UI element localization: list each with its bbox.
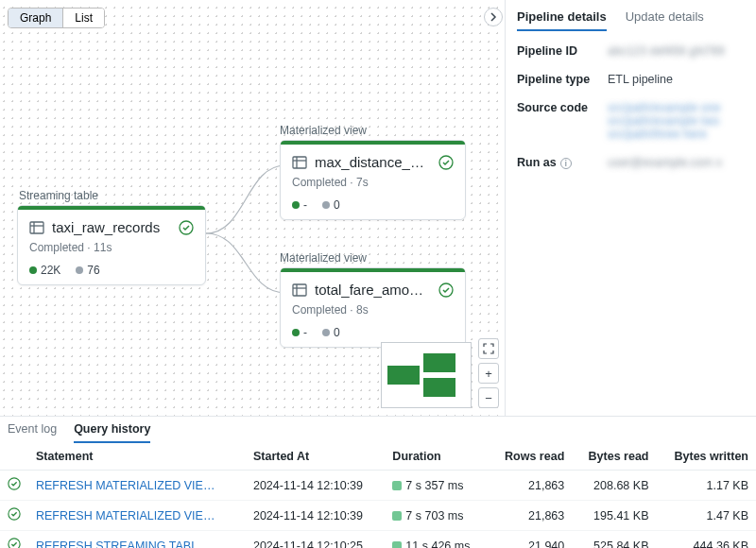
- zoom-out-button[interactable]: −: [478, 387, 499, 408]
- info-icon[interactable]: i: [560, 158, 572, 169]
- value-source-code[interactable]: src/path/example one src/path/example tw…: [608, 101, 745, 141]
- node-status: Completed · 7s: [292, 176, 454, 189]
- svg-rect-8: [293, 284, 306, 296]
- check-circle-icon: [179, 220, 194, 235]
- tab-event-log[interactable]: Event log: [8, 422, 57, 443]
- node-stats: - 0: [292, 326, 454, 339]
- check-circle-icon: [8, 477, 21, 490]
- svg-rect-4: [293, 157, 306, 168]
- value-run-as: user@example.com x: [608, 156, 745, 169]
- check-circle-icon: [8, 538, 21, 548]
- bytes-read: 195.41 KB: [572, 501, 656, 531]
- rows-read: 21,863: [489, 471, 572, 501]
- node-title: max_distance_by_…: [315, 154, 431, 170]
- statement-link[interactable]: REFRESH STREAMING TABLE taxi_raw…: [36, 539, 215, 549]
- label-source-code: Source code: [517, 101, 608, 141]
- node-status: Completed · 8s: [292, 303, 454, 317]
- col-rows: Rows read: [489, 443, 572, 471]
- table-row[interactable]: REFRESH MATERIALIZED VIEW max_di…2024-11…: [0, 471, 756, 501]
- check-circle-icon: [438, 155, 454, 170]
- node-type-label: Materialized view: [280, 251, 367, 265]
- tab-pipeline-details[interactable]: Pipeline details: [517, 9, 607, 31]
- collapse-details-button[interactable]: [484, 8, 503, 26]
- bytes-written: 1.17 KB: [656, 471, 756, 501]
- bytes-written: 1.47 KB: [656, 501, 756, 531]
- statement-link[interactable]: REFRESH MATERIALIZED VIEW total_fa…: [36, 509, 215, 522]
- duration: 11 s 426 ms: [385, 531, 488, 549]
- node-max-distance[interactable]: max_distance_by_… Completed · 7s - 0: [280, 140, 466, 220]
- node-total-fare[interactable]: total_fare_amount… Completed · 8s - 0: [280, 267, 466, 348]
- node-type-label: Materialized view: [280, 124, 367, 137]
- label-pipeline-id: Pipeline ID: [517, 44, 608, 58]
- label-run-as: Run asi: [517, 156, 608, 169]
- node-stats: 22K 76: [29, 264, 194, 277]
- check-circle-icon: [8, 507, 21, 521]
- tab-update-details[interactable]: Update details: [626, 9, 704, 31]
- query-history-table: Statement Started At Duration Rows read …: [0, 443, 756, 548]
- bytes-read: 525.84 KB: [572, 531, 656, 549]
- col-statement: Statement: [28, 443, 246, 471]
- node-title: taxi_raw_records: [52, 219, 171, 235]
- pipeline-graph-canvas[interactable]: Graph List Streaming table taxi_raw_reco…: [0, 0, 505, 416]
- details-panel: Pipeline details Update details Pipeline…: [505, 0, 756, 416]
- col-bytes-written: Bytes written: [656, 443, 756, 471]
- statement-link[interactable]: REFRESH MATERIALIZED VIEW max_di…: [36, 479, 215, 492]
- col-duration: Duration: [385, 443, 488, 471]
- table-icon: [292, 283, 307, 298]
- svg-point-14: [9, 539, 20, 548]
- view-list-button[interactable]: List: [62, 9, 104, 27]
- table-row[interactable]: REFRESH MATERIALIZED VIEW total_fa…2024-…: [0, 501, 756, 531]
- svg-rect-0: [30, 222, 43, 233]
- node-taxi-raw-records[interactable]: taxi_raw_records Completed · 11s 22K 76: [17, 205, 206, 285]
- table-icon: [29, 220, 44, 235]
- bytes-written: 444.36 KB: [656, 531, 756, 549]
- view-graph-button[interactable]: Graph: [9, 9, 62, 27]
- rows-read: 21,940: [489, 531, 572, 549]
- node-title: total_fare_amount…: [315, 282, 431, 298]
- node-status: Completed · 11s: [29, 241, 194, 254]
- col-started: Started At: [246, 443, 385, 471]
- duration: 7 s 357 ms: [385, 471, 488, 501]
- zoom-in-button[interactable]: +: [478, 363, 499, 384]
- bytes-read: 208.68 KB: [572, 471, 656, 501]
- check-circle-icon: [438, 283, 454, 298]
- node-type-label: Streaming table: [19, 189, 98, 202]
- table-icon: [292, 155, 307, 170]
- duration: 7 s 703 ms: [385, 501, 488, 531]
- value-pipeline-type: ETL pipeline: [608, 73, 745, 86]
- table-row[interactable]: REFRESH STREAMING TABLE taxi_raw…2024-11…: [0, 531, 756, 549]
- started-at: 2024-11-14 12:10:39: [246, 471, 385, 501]
- col-bytes-read: Bytes read: [572, 443, 656, 471]
- zoom-fit-button[interactable]: [478, 338, 499, 359]
- view-toggle: Graph List: [8, 8, 105, 28]
- rows-read: 21,863: [489, 501, 572, 531]
- node-stats: - 0: [292, 198, 454, 212]
- label-pipeline-type: Pipeline type: [517, 73, 608, 86]
- minimap[interactable]: [381, 342, 472, 408]
- started-at: 2024-11-14 12:10:25: [246, 531, 385, 549]
- started-at: 2024-11-14 12:10:39: [246, 501, 385, 531]
- tab-query-history[interactable]: Query history: [74, 422, 150, 443]
- value-pipeline-id: abc123 def456 ghi789: [608, 44, 745, 58]
